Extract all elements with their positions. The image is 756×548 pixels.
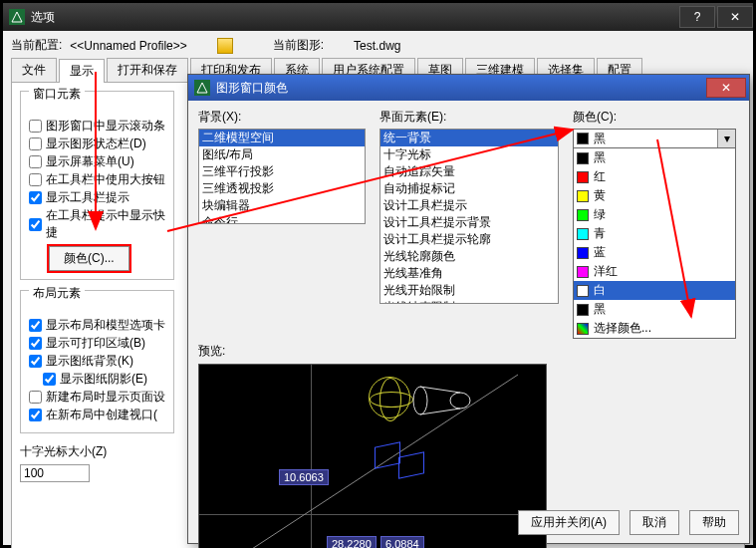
preview-area: 10.6063 28.2280 6.0884 [198,364,547,548]
color-option[interactable]: 洋红 [574,262,735,281]
tab-1[interactable]: 显示 [59,59,105,83]
color-dialog-title: 图形窗口颜色 [216,80,288,97]
close-button[interactable]: ✕ [717,6,753,28]
color-label: 颜色(C): [573,109,736,126]
color-option[interactable]: 黑 [574,148,735,167]
list-item[interactable]: 光线开始限制 [380,282,558,299]
checkbox[interactable] [29,355,42,368]
selected-color-name: 黑 [594,131,606,147]
list-item[interactable]: 三维平行投影 [199,163,365,180]
list-item[interactable]: 三维透视投影 [199,180,365,197]
apply-close-button[interactable]: 应用并关闭(A) [518,510,620,535]
checkbox[interactable] [29,319,42,332]
list-item[interactable]: 光线结束限制 [380,299,558,304]
check-row: 图形窗口中显示滚动条 [29,118,165,135]
wireframe-cone-icon [412,383,472,418]
list-item[interactable]: 设计工具栏提示背景 [380,214,558,231]
checkbox[interactable] [29,137,42,150]
crosshair-input[interactable] [20,464,90,482]
list-item[interactable]: 设计工具栏提示 [380,197,558,214]
list-item[interactable]: 十字光标 [380,146,558,163]
checkbox[interactable] [29,337,42,350]
tab-2[interactable]: 打开和保存 [107,58,188,82]
profile-label: 当前配置: [11,37,62,54]
check-label: 显示图纸阴影(E) [60,371,147,388]
list-item[interactable]: 自动捕捉标记 [380,180,558,197]
profile-row: 当前配置: <<Unnamed Profile>> 当前图形: Test.dwg [11,37,745,54]
list-item[interactable]: 光线基准角 [380,265,558,282]
svg-line-6 [420,409,460,414]
check-label: 显示布局和模型选项卡 [46,317,165,334]
tab-0[interactable]: 文件 [11,58,57,82]
color-swatch-icon [577,190,589,202]
list-item[interactable]: 命令行 [199,214,365,224]
list-item[interactable]: 图纸/布局 [199,146,365,163]
check-row: 显示布局和模型选项卡 [29,317,165,334]
color-dialog: 图形窗口颜色 ✕ 背景(X): 二维模型空间图纸/布局三维平行投影三维透视投影块… [187,74,750,544]
check-label: 显示工具栏提示 [46,189,129,206]
color-button[interactable]: 颜色(C)... [49,246,129,271]
color-option[interactable]: 青 [574,224,735,243]
cancel-button[interactable]: 取消 [630,510,679,535]
color-combo[interactable]: 黑 ▾ 黑红黄绿青蓝洋红白黑选择颜色... [573,129,736,339]
color-name: 绿 [594,206,606,223]
window-elements-group: 窗口元素 图形窗口中显示滚动条显示图形状态栏(D)显示屏幕菜单(U)在工具栏中使… [20,91,174,280]
options-title: 选项 [31,9,55,26]
list-item[interactable]: 块编辑器 [199,197,365,214]
checkbox[interactable] [29,173,42,186]
chevron-down-icon: ▾ [717,130,735,147]
list-item[interactable]: 设计工具栏提示轮廓 [380,231,558,248]
color-swatch-icon [577,285,589,297]
layout-elements-title: 布局元素 [29,285,85,302]
color-dialog-close[interactable]: ✕ [706,78,746,98]
coord-tag: 10.6063 [279,469,329,485]
options-titlebar: 选项 ? ✕ [3,3,753,31]
color-option[interactable]: 绿 [574,205,735,224]
help-button[interactable]: ? [679,6,715,28]
check-label: 显示屏幕菜单(U) [46,153,134,170]
check-row: 在新布局中创建视口( [29,407,165,423]
list-item[interactable]: 光线轮廓颜色 [380,248,558,265]
color-name: 白 [594,282,606,299]
app-icon [194,80,210,96]
context-listbox[interactable]: 二维模型空间图纸/布局三维平行投影三维透视投影块编辑器命令行打印预览 [198,129,366,224]
element-listbox[interactable]: 统一背景十字光标自动追踪矢量自动捕捉标记设计工具栏提示设计工具栏提示背景设计工具… [379,129,559,304]
checkbox[interactable] [29,191,42,204]
color-swatch-icon [577,209,589,221]
list-item[interactable]: 二维模型空间 [199,130,365,146]
list-item[interactable]: 自动追踪矢量 [380,163,558,180]
color-name: 黄 [594,187,606,204]
coord-tag: 28.2280 [327,536,377,548]
color-name: 选择颜色... [594,320,651,337]
check-label: 在工具栏中使用大按钮 [46,171,165,188]
check-label: 显示图纸背景(K) [46,353,133,370]
color-option[interactable]: 黑 [574,300,735,319]
check-row: 显示可打印区域(B) [29,335,165,352]
color-swatch-icon [577,171,589,183]
checkbox[interactable] [29,120,42,133]
color-name: 黑 [594,149,606,166]
svg-point-3 [413,387,427,414]
color-option[interactable]: 蓝 [574,243,735,262]
checkbox[interactable] [43,373,56,386]
list-item[interactable]: 统一背景 [380,130,558,146]
color-swatch-icon [577,304,589,316]
checkbox[interactable] [29,409,42,421]
color-option[interactable]: 红 [574,167,735,186]
check-label: 新建布局时显示页面设 [46,389,165,406]
check-label: 图形窗口中显示滚动条 [46,118,165,135]
color-option[interactable]: 黄 [574,186,735,205]
color-option[interactable]: 选择颜色... [574,319,735,338]
check-row: 在工具栏提示中显示快捷 [29,207,165,241]
color-dropdown[interactable]: 黑红黄绿青蓝洋红白黑选择颜色... [573,147,736,339]
check-row: 显示图纸背景(K) [29,353,165,370]
checkbox[interactable] [29,155,42,168]
help-button[interactable]: 帮助 [689,510,739,535]
check-label: 在新布局中创建视口( [46,407,157,423]
color-name: 蓝 [594,244,606,261]
check-label: 显示可打印区域(B) [46,335,145,352]
checkbox[interactable] [29,218,42,231]
color-name: 青 [594,225,606,242]
checkbox[interactable] [29,391,42,404]
color-option[interactable]: 白 [574,281,735,300]
